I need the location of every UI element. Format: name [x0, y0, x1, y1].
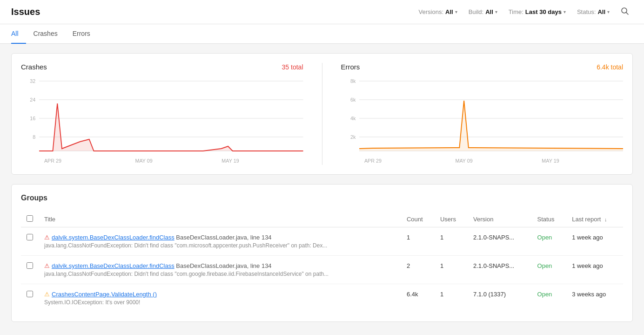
errors-chart-header: Errors 6.4k total [341, 63, 624, 71]
version-column-header: Version [468, 212, 532, 227]
row-users: 1 [435, 256, 468, 284]
time-value: Last 30 days [525, 8, 562, 15]
row-status: Open [532, 284, 567, 313]
issue-title-link[interactable]: dalvik.system.BaseDexClassLoader.findCla… [52, 234, 174, 241]
charts-container: Crashes 35 total 32 24 16 8 APR [11, 53, 633, 175]
page-title: Issues [11, 7, 40, 17]
status-chevron-icon: ▾ [607, 9, 610, 14]
svg-text:MAY 19: MAY 19 [542, 158, 559, 164]
svg-text:6k: 6k [350, 97, 356, 103]
row-checkbox[interactable] [27, 234, 33, 240]
groups-title: Groups [21, 194, 623, 202]
issue-title-link[interactable]: dalvik.system.BaseDexClassLoader.findCla… [52, 262, 174, 269]
crashes-chart-total: 35 total [282, 63, 303, 71]
svg-text:4k: 4k [350, 116, 356, 121]
versions-label: Versions: [419, 8, 443, 15]
row-title-cell: ⚠dalvik.system.BaseDexClassLoader.findCl… [39, 227, 401, 256]
crash-icon: ⚠ [44, 262, 50, 269]
versions-chevron-icon: ▾ [455, 9, 457, 14]
time-filter[interactable]: Time: Last 30 days ▾ [505, 7, 570, 17]
row-last-report: 3 weeks ago [566, 284, 623, 313]
svg-marker-14 [39, 103, 303, 151]
row-title-cell: ⚠dalvik.system.BaseDexClassLoader.findCl… [39, 256, 401, 284]
svg-text:MAY 09: MAY 09 [455, 158, 472, 164]
errors-chart-title: Errors [341, 63, 360, 71]
svg-text:8k: 8k [350, 78, 356, 84]
count-column-header: Count [401, 212, 435, 227]
sort-icon: ↓ [604, 217, 607, 222]
header: Issues Versions: All ▾ Build: All ▾ Time… [0, 0, 644, 24]
svg-text:APR 29: APR 29 [364, 158, 381, 164]
status-badge: Open [537, 291, 552, 298]
row-checkbox-cell [21, 284, 39, 313]
row-version: 2.1.0-SNAPS... [468, 256, 532, 284]
header-controls: Versions: All ▾ Build: All ▾ Time: Last … [415, 5, 633, 19]
issue-subtitle: java.lang.ClassNotFoundException: Didn't… [44, 242, 361, 249]
issue-subtitle: java.lang.ClassNotFoundException: Didn't… [44, 271, 361, 277]
crashes-chart-panel: Crashes 35 total 32 24 16 8 APR [21, 63, 303, 165]
crashes-chart-area: 32 24 16 8 APR 29 MAY 09 MAY 19 [21, 76, 303, 165]
title-column-header: Title [39, 212, 401, 227]
build-value: All [485, 8, 493, 15]
tab-errors[interactable]: Errors [65, 24, 98, 44]
table-row: ⚠CrashesContentPage.ValidateLength ()Sys… [21, 284, 623, 313]
row-last-report: 1 week ago [566, 227, 623, 256]
main-content: Crashes 35 total 32 24 16 8 APR [0, 44, 644, 331]
warning-icon: ⚠ [44, 291, 50, 298]
svg-text:16: 16 [30, 116, 35, 121]
svg-text:APR 29: APR 29 [44, 158, 61, 164]
row-last-report: 1 week ago [566, 256, 623, 284]
errors-chart-total: 6.4k total [597, 63, 623, 71]
row-checkbox-cell [21, 256, 39, 284]
issues-table: Title Count Users Version Status [21, 212, 623, 312]
row-users: 1 [435, 227, 468, 256]
select-all-checkbox[interactable] [27, 215, 33, 222]
row-status: Open [532, 227, 567, 256]
row-users: 1 [435, 284, 468, 313]
issue-title-suffix: BaseDexClassLoader.java, line 134 [174, 234, 272, 241]
build-label: Build: [469, 8, 484, 15]
issue-title-suffix: BaseDexClassLoader.java, line 134 [174, 262, 272, 269]
svg-text:2k: 2k [350, 134, 356, 140]
errors-chart-panel: Errors 6.4k total 8k 6k 4k 2k A [341, 63, 624, 165]
row-checkbox[interactable] [27, 291, 33, 297]
svg-text:32: 32 [30, 78, 35, 84]
crashes-chart-svg: 32 24 16 8 APR 29 MAY 09 MAY 19 [21, 76, 303, 165]
row-checkbox[interactable] [27, 262, 33, 269]
search-icon [621, 7, 629, 15]
tabs-bar: All Crashes Errors [0, 24, 644, 44]
row-count: 6.4k [401, 284, 435, 313]
crash-icon: ⚠ [44, 234, 50, 241]
errors-chart-area: 8k 6k 4k 2k APR 29 MAY 09 MAY 19 [341, 76, 624, 165]
status-value: All [597, 8, 605, 15]
chart-divider [322, 63, 322, 165]
row-count: 1 [401, 227, 435, 256]
status-badge: Open [537, 234, 552, 241]
select-all-header[interactable] [21, 212, 39, 227]
crashes-chart-title: Crashes [21, 63, 47, 71]
last-report-column-header[interactable]: Last report ↓ [566, 212, 623, 227]
build-filter[interactable]: Build: All ▾ [465, 7, 501, 17]
table-row: ⚠dalvik.system.BaseDexClassLoader.findCl… [21, 227, 623, 256]
crashes-chart-header: Crashes 35 total [21, 63, 303, 71]
row-title-cell: ⚠CrashesContentPage.ValidateLength ()Sys… [39, 284, 401, 313]
row-status: Open [532, 256, 567, 284]
time-label: Time: [509, 8, 523, 15]
row-version: 7.1.0 (1337) [468, 284, 532, 313]
issue-subtitle: System.IO.IOException: It's over 9000! [44, 299, 361, 306]
row-count: 2 [401, 256, 435, 284]
users-column-header: Users [435, 212, 468, 227]
tab-all[interactable]: All [11, 24, 26, 44]
versions-value: All [445, 8, 453, 15]
tab-crashes[interactable]: Crashes [26, 24, 65, 44]
status-filter[interactable]: Status: All ▾ [573, 7, 613, 17]
issue-title-link[interactable]: CrashesContentPage.ValidateLength () [52, 291, 157, 298]
versions-filter[interactable]: Versions: All ▾ [415, 7, 461, 17]
search-button[interactable] [617, 5, 633, 19]
time-chevron-icon: ▾ [564, 9, 566, 14]
svg-text:8: 8 [33, 134, 35, 140]
table-row: ⚠dalvik.system.BaseDexClassLoader.findCl… [21, 256, 623, 284]
errors-chart-svg: 8k 6k 4k 2k APR 29 MAY 09 MAY 19 [341, 76, 624, 165]
status-label: Status: [577, 8, 596, 15]
row-version: 2.1.0-SNAPS... [468, 227, 532, 256]
